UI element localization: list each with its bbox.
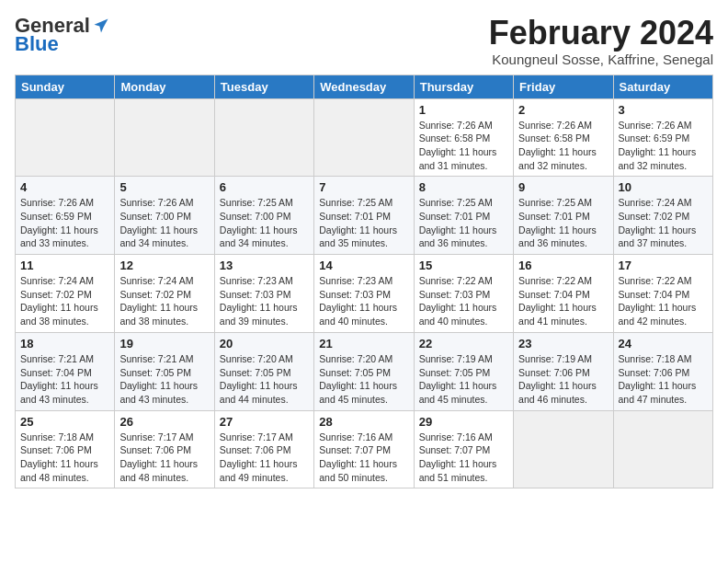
calendar-cell: [214, 98, 313, 177]
day-info: Sunrise: 7:18 AMSunset: 7:06 PMDaylight:…: [20, 431, 109, 485]
day-number: 21: [319, 337, 408, 350]
weekday-header-wednesday: Wednesday: [314, 75, 414, 98]
day-number: 5: [119, 180, 209, 194]
day-number: 27: [220, 415, 309, 429]
day-info: Sunrise: 7:23 AMSunset: 7:03 PMDaylight:…: [220, 274, 309, 328]
calendar-cell: 25Sunrise: 7:18 AMSunset: 7:06 PMDayligh…: [16, 410, 115, 488]
weekday-header-row: SundayMondayTuesdayWednesdayThursdayFrid…: [16, 75, 713, 98]
calendar-cell: 29Sunrise: 7:16 AMSunset: 7:07 PMDayligh…: [414, 410, 513, 488]
calendar-cell: 12Sunrise: 7:24 AMSunset: 7:02 PMDayligh…: [115, 255, 214, 333]
day-info: Sunrise: 7:26 AMSunset: 6:59 PMDaylight:…: [619, 119, 708, 173]
day-number: 9: [518, 180, 608, 194]
calendar-cell: 3Sunrise: 7:26 AMSunset: 6:59 PMDaylight…: [613, 98, 712, 177]
day-number: 17: [619, 259, 708, 272]
day-info: Sunrise: 7:19 AMSunset: 7:05 PMDaylight:…: [419, 352, 508, 407]
day-info: Sunrise: 7:21 AMSunset: 7:05 PMDaylight:…: [119, 352, 209, 407]
day-info: Sunrise: 7:26 AMSunset: 6:58 PMDaylight:…: [419, 119, 508, 173]
calendar-cell: 22Sunrise: 7:19 AMSunset: 7:05 PMDayligh…: [414, 332, 513, 410]
calendar-cell: 20Sunrise: 7:20 AMSunset: 7:05 PMDayligh…: [214, 332, 313, 410]
day-info: Sunrise: 7:26 AMSunset: 6:58 PMDaylight:…: [518, 119, 608, 173]
day-number: 14: [319, 259, 408, 272]
calendar-cell: 4Sunrise: 7:26 AMSunset: 6:59 PMDaylight…: [16, 177, 115, 255]
calendar-cell: 10Sunrise: 7:24 AMSunset: 7:02 PMDayligh…: [613, 177, 712, 255]
day-number: 28: [319, 415, 408, 429]
calendar-cell: [115, 98, 214, 177]
day-number: 26: [119, 415, 209, 429]
week-row-4: 18Sunrise: 7:21 AMSunset: 7:04 PMDayligh…: [16, 332, 713, 410]
calendar-title: February 2024: [489, 15, 713, 52]
calendar-cell: 13Sunrise: 7:23 AMSunset: 7:03 PMDayligh…: [214, 255, 313, 333]
calendar-cell: 2Sunrise: 7:26 AMSunset: 6:58 PMDaylight…: [514, 98, 613, 177]
weekday-header-thursday: Thursday: [414, 75, 513, 98]
day-info: Sunrise: 7:17 AMSunset: 7:06 PMDaylight:…: [119, 431, 209, 485]
day-number: 22: [419, 337, 508, 350]
day-info: Sunrise: 7:22 AMSunset: 7:04 PMDaylight:…: [518, 274, 608, 328]
calendar-cell: 1Sunrise: 7:26 AMSunset: 6:58 PMDaylight…: [414, 98, 513, 177]
day-info: Sunrise: 7:25 AMSunset: 7:01 PMDaylight:…: [518, 196, 608, 250]
day-number: 7: [319, 180, 408, 194]
weekday-header-tuesday: Tuesday: [214, 75, 313, 98]
calendar-cell: 16Sunrise: 7:22 AMSunset: 7:04 PMDayligh…: [514, 255, 613, 333]
calendar-cell: 9Sunrise: 7:25 AMSunset: 7:01 PMDaylight…: [514, 177, 613, 255]
day-number: 2: [518, 103, 608, 117]
calendar-cell: [16, 98, 115, 177]
calendar-cell: [514, 410, 613, 488]
day-number: 16: [518, 259, 608, 272]
day-info: Sunrise: 7:16 AMSunset: 7:07 PMDaylight:…: [319, 431, 408, 485]
calendar-cell: 24Sunrise: 7:18 AMSunset: 7:06 PMDayligh…: [613, 332, 712, 410]
day-number: 11: [20, 259, 109, 272]
day-number: 23: [518, 337, 608, 350]
day-info: Sunrise: 7:23 AMSunset: 7:03 PMDaylight:…: [319, 274, 408, 328]
calendar-cell: 23Sunrise: 7:19 AMSunset: 7:06 PMDayligh…: [514, 332, 613, 410]
calendar-cell: 28Sunrise: 7:16 AMSunset: 7:07 PMDayligh…: [314, 410, 414, 488]
calendar-cell: 19Sunrise: 7:21 AMSunset: 7:05 PMDayligh…: [115, 332, 214, 410]
day-number: 3: [619, 103, 708, 117]
day-info: Sunrise: 7:17 AMSunset: 7:06 PMDaylight:…: [220, 431, 309, 485]
day-number: 4: [20, 180, 109, 194]
day-info: Sunrise: 7:21 AMSunset: 7:04 PMDaylight:…: [20, 352, 109, 407]
day-number: 25: [20, 415, 109, 429]
day-info: Sunrise: 7:24 AMSunset: 7:02 PMDaylight:…: [119, 274, 209, 328]
weekday-header-sunday: Sunday: [16, 75, 115, 98]
week-row-5: 25Sunrise: 7:18 AMSunset: 7:06 PMDayligh…: [16, 410, 713, 488]
calendar-table: SundayMondayTuesdayWednesdayThursdayFrid…: [15, 75, 713, 489]
day-info: Sunrise: 7:20 AMSunset: 7:05 PMDaylight:…: [319, 352, 408, 407]
day-number: 20: [220, 337, 309, 350]
calendar-cell: 8Sunrise: 7:25 AMSunset: 7:01 PMDaylight…: [414, 177, 513, 255]
week-row-1: 1Sunrise: 7:26 AMSunset: 6:58 PMDaylight…: [16, 98, 713, 177]
calendar-cell: 18Sunrise: 7:21 AMSunset: 7:04 PMDayligh…: [16, 332, 115, 410]
day-number: 18: [20, 337, 109, 350]
day-number: 29: [419, 415, 508, 429]
calendar-cell: 14Sunrise: 7:23 AMSunset: 7:03 PMDayligh…: [314, 255, 414, 333]
day-info: Sunrise: 7:20 AMSunset: 7:05 PMDaylight:…: [220, 352, 309, 407]
week-row-2: 4Sunrise: 7:26 AMSunset: 6:59 PMDaylight…: [16, 177, 713, 255]
calendar-cell: 5Sunrise: 7:26 AMSunset: 7:00 PMDaylight…: [115, 177, 214, 255]
day-number: 15: [419, 259, 508, 272]
calendar-cell: 7Sunrise: 7:25 AMSunset: 7:01 PMDaylight…: [314, 177, 414, 255]
calendar-cell: [613, 410, 712, 488]
day-number: 24: [619, 337, 708, 350]
day-number: 8: [419, 180, 508, 194]
day-info: Sunrise: 7:24 AMSunset: 7:02 PMDaylight:…: [619, 196, 708, 250]
day-info: Sunrise: 7:16 AMSunset: 7:07 PMDaylight:…: [419, 431, 508, 485]
title-block: February 2024 Koungneul Sosse, Kaffrine,…: [489, 15, 713, 67]
calendar-subtitle: Koungneul Sosse, Kaffrine, Senegal: [489, 52, 713, 67]
day-info: Sunrise: 7:22 AMSunset: 7:03 PMDaylight:…: [419, 274, 508, 328]
calendar-cell: 17Sunrise: 7:22 AMSunset: 7:04 PMDayligh…: [613, 255, 712, 333]
logo-bird-icon: [92, 17, 110, 35]
day-info: Sunrise: 7:24 AMSunset: 7:02 PMDaylight:…: [20, 274, 109, 328]
day-number: 13: [220, 259, 309, 272]
day-info: Sunrise: 7:18 AMSunset: 7:06 PMDaylight:…: [619, 352, 708, 407]
calendar-cell: 27Sunrise: 7:17 AMSunset: 7:06 PMDayligh…: [214, 410, 313, 488]
week-row-3: 11Sunrise: 7:24 AMSunset: 7:02 PMDayligh…: [16, 255, 713, 333]
calendar-cell: 26Sunrise: 7:17 AMSunset: 7:06 PMDayligh…: [115, 410, 214, 488]
calendar-cell: 21Sunrise: 7:20 AMSunset: 7:05 PMDayligh…: [314, 332, 414, 410]
day-info: Sunrise: 7:25 AMSunset: 7:01 PMDaylight:…: [319, 196, 408, 250]
day-number: 1: [419, 103, 508, 117]
calendar-cell: 6Sunrise: 7:25 AMSunset: 7:00 PMDaylight…: [214, 177, 313, 255]
day-info: Sunrise: 7:25 AMSunset: 7:01 PMDaylight:…: [419, 196, 508, 250]
day-number: 10: [619, 180, 708, 194]
day-info: Sunrise: 7:25 AMSunset: 7:00 PMDaylight:…: [220, 196, 309, 250]
weekday-header-saturday: Saturday: [613, 75, 712, 98]
day-number: 19: [119, 337, 209, 350]
